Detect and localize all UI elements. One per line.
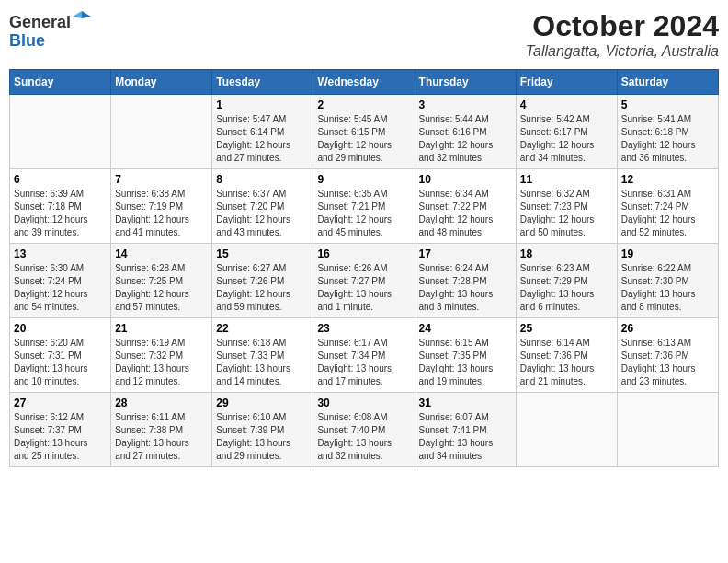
day-cell: 22Sunrise: 6:18 AM Sunset: 7:33 PM Dayli… (212, 318, 313, 393)
day-info: Sunrise: 6:08 AM Sunset: 7:40 PM Dayligh… (317, 411, 410, 463)
day-number: 15 (216, 247, 309, 260)
day-cell (617, 393, 718, 467)
day-cell: 9Sunrise: 6:35 AM Sunset: 7:21 PM Daylig… (313, 169, 415, 244)
day-info: Sunrise: 5:44 AM Sunset: 6:16 PM Dayligh… (419, 113, 512, 165)
day-number: 30 (317, 396, 410, 409)
day-info: Sunrise: 6:11 AM Sunset: 7:38 PM Dayligh… (115, 411, 208, 463)
day-number: 1 (216, 98, 309, 111)
day-cell: 7Sunrise: 6:38 AM Sunset: 7:19 PM Daylig… (111, 169, 212, 244)
day-info: Sunrise: 6:20 AM Sunset: 7:31 PM Dayligh… (14, 337, 107, 388)
day-number: 5 (621, 98, 714, 111)
day-info: Sunrise: 6:17 AM Sunset: 7:34 PM Dayligh… (317, 337, 410, 388)
day-header-thursday: Thursday (415, 70, 516, 95)
day-number: 2 (317, 98, 410, 111)
title-area: October 2024 Tallangatta, Victoria, Aust… (526, 9, 719, 60)
day-cell (10, 95, 111, 169)
day-cell: 29Sunrise: 6:10 AM Sunset: 7:39 PM Dayli… (212, 393, 313, 467)
day-cell: 14Sunrise: 6:28 AM Sunset: 7:25 PM Dayli… (111, 244, 212, 318)
day-cell: 17Sunrise: 6:24 AM Sunset: 7:28 PM Dayli… (415, 244, 516, 318)
day-info: Sunrise: 6:27 AM Sunset: 7:26 PM Dayligh… (216, 262, 309, 314)
day-info: Sunrise: 5:41 AM Sunset: 6:18 PM Dayligh… (621, 113, 714, 165)
day-info: Sunrise: 6:14 AM Sunset: 7:36 PM Dayligh… (520, 337, 613, 388)
main-title: October 2024 (526, 9, 719, 43)
day-header-tuesday: Tuesday (212, 70, 313, 95)
day-number: 8 (216, 173, 309, 186)
day-number: 22 (216, 322, 309, 335)
day-cell: 5Sunrise: 5:41 AM Sunset: 6:18 PM Daylig… (617, 95, 718, 169)
day-cell: 25Sunrise: 6:14 AM Sunset: 7:36 PM Dayli… (516, 318, 617, 393)
day-info: Sunrise: 6:19 AM Sunset: 7:32 PM Dayligh… (115, 337, 208, 388)
calendar-table: SundayMondayTuesdayWednesdayThursdayFrid… (9, 69, 719, 467)
day-info: Sunrise: 5:47 AM Sunset: 6:14 PM Dayligh… (216, 113, 309, 165)
day-number: 31 (419, 396, 512, 409)
day-number: 3 (419, 98, 512, 111)
day-cell (111, 95, 212, 169)
day-info: Sunrise: 6:18 AM Sunset: 7:33 PM Dayligh… (216, 337, 309, 388)
day-number: 6 (14, 173, 107, 186)
week-row-3: 13Sunrise: 6:30 AM Sunset: 7:24 PM Dayli… (10, 244, 719, 318)
day-number: 17 (419, 247, 512, 260)
day-number: 9 (317, 173, 410, 186)
day-cell: 10Sunrise: 6:34 AM Sunset: 7:22 PM Dayli… (415, 169, 516, 244)
day-info: Sunrise: 6:07 AM Sunset: 7:41 PM Dayligh… (419, 411, 512, 463)
subtitle: Tallangatta, Victoria, Australia (526, 43, 719, 60)
day-cell: 1Sunrise: 5:47 AM Sunset: 6:14 PM Daylig… (212, 95, 313, 169)
day-number: 26 (621, 322, 714, 335)
day-info: Sunrise: 6:31 AM Sunset: 7:24 PM Dayligh… (621, 188, 714, 239)
day-header-friday: Friday (516, 70, 617, 95)
day-cell: 2Sunrise: 5:45 AM Sunset: 6:15 PM Daylig… (313, 95, 415, 169)
day-number: 18 (520, 247, 613, 260)
day-cell: 24Sunrise: 6:15 AM Sunset: 7:35 PM Dayli… (415, 318, 516, 393)
day-header-sunday: Sunday (10, 70, 111, 95)
day-info: Sunrise: 5:45 AM Sunset: 6:15 PM Dayligh… (317, 113, 410, 165)
logo-general: General (9, 13, 71, 31)
logo-bird-icon (73, 9, 91, 28)
day-cell: 30Sunrise: 6:08 AM Sunset: 7:40 PM Dayli… (313, 393, 415, 467)
week-row-5: 27Sunrise: 6:12 AM Sunset: 7:37 PM Dayli… (10, 393, 719, 467)
day-cell: 23Sunrise: 6:17 AM Sunset: 7:34 PM Dayli… (313, 318, 415, 393)
day-number: 20 (14, 322, 107, 335)
day-cell: 21Sunrise: 6:19 AM Sunset: 7:32 PM Dayli… (111, 318, 212, 393)
day-info: Sunrise: 6:23 AM Sunset: 7:29 PM Dayligh… (520, 262, 613, 314)
week-row-2: 6Sunrise: 6:39 AM Sunset: 7:18 PM Daylig… (10, 169, 719, 244)
svg-marker-0 (82, 11, 91, 18)
svg-marker-1 (73, 11, 82, 18)
day-info: Sunrise: 6:28 AM Sunset: 7:25 PM Dayligh… (115, 262, 208, 314)
day-cell: 13Sunrise: 6:30 AM Sunset: 7:24 PM Dayli… (10, 244, 111, 318)
day-info: Sunrise: 6:35 AM Sunset: 7:21 PM Dayligh… (317, 188, 410, 239)
day-number: 29 (216, 396, 309, 409)
day-cell: 19Sunrise: 6:22 AM Sunset: 7:30 PM Dayli… (617, 244, 718, 318)
day-number: 11 (520, 173, 613, 186)
week-row-1: 1Sunrise: 5:47 AM Sunset: 6:14 PM Daylig… (10, 95, 719, 169)
day-number: 7 (115, 173, 208, 186)
day-number: 14 (115, 247, 208, 260)
day-info: Sunrise: 5:42 AM Sunset: 6:17 PM Dayligh… (520, 113, 613, 165)
day-header-saturday: Saturday (617, 70, 718, 95)
header-row: SundayMondayTuesdayWednesdayThursdayFrid… (10, 70, 719, 95)
day-info: Sunrise: 6:24 AM Sunset: 7:28 PM Dayligh… (419, 262, 512, 314)
day-number: 25 (520, 322, 613, 335)
logo: General Blue (9, 9, 91, 51)
day-cell: 18Sunrise: 6:23 AM Sunset: 7:29 PM Dayli… (516, 244, 617, 318)
day-info: Sunrise: 6:10 AM Sunset: 7:39 PM Dayligh… (216, 411, 309, 463)
day-cell: 26Sunrise: 6:13 AM Sunset: 7:36 PM Dayli… (617, 318, 718, 393)
logo-blue: Blue (9, 31, 45, 50)
day-info: Sunrise: 6:37 AM Sunset: 7:20 PM Dayligh… (216, 188, 309, 239)
day-number: 27 (14, 396, 107, 409)
day-number: 16 (317, 247, 410, 260)
day-info: Sunrise: 6:39 AM Sunset: 7:18 PM Dayligh… (14, 188, 107, 239)
day-number: 13 (14, 247, 107, 260)
day-number: 21 (115, 322, 208, 335)
day-info: Sunrise: 6:22 AM Sunset: 7:30 PM Dayligh… (621, 262, 714, 314)
day-cell: 3Sunrise: 5:44 AM Sunset: 6:16 PM Daylig… (415, 95, 516, 169)
day-number: 24 (419, 322, 512, 335)
day-info: Sunrise: 6:26 AM Sunset: 7:27 PM Dayligh… (317, 262, 410, 314)
day-number: 19 (621, 247, 714, 260)
day-number: 12 (621, 173, 714, 186)
day-number: 28 (115, 396, 208, 409)
day-number: 10 (419, 173, 512, 186)
day-cell: 16Sunrise: 6:26 AM Sunset: 7:27 PM Dayli… (313, 244, 415, 318)
day-info: Sunrise: 6:32 AM Sunset: 7:23 PM Dayligh… (520, 188, 613, 239)
day-number: 4 (520, 98, 613, 111)
day-cell: 4Sunrise: 5:42 AM Sunset: 6:17 PM Daylig… (516, 95, 617, 169)
